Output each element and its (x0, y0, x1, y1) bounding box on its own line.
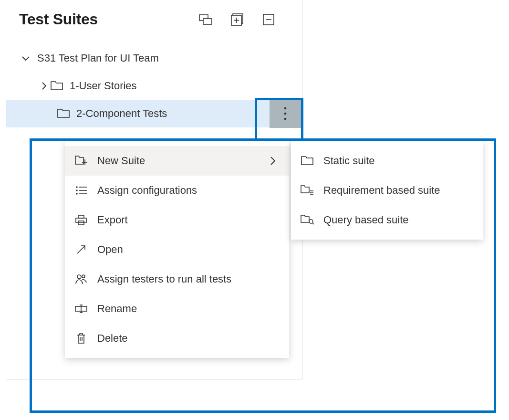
svg-point-33 (309, 220, 313, 223)
panel-header: Test Suites (6, 0, 302, 36)
svg-rect-20 (78, 221, 84, 225)
menu-item-export[interactable]: Export (65, 205, 289, 235)
folder-query-icon (301, 215, 314, 225)
layout-button[interactable] (199, 13, 212, 26)
menu-item-delete[interactable]: Delete (65, 324, 289, 353)
delete-icon (74, 333, 88, 344)
menu-item-rename[interactable]: Rename (65, 294, 289, 324)
suite-tree: S31 Test Plan for UI Team 1-User Stories… (6, 44, 302, 127)
tree-item-label: 1-User Stories (70, 80, 137, 92)
svg-point-17 (76, 193, 77, 194)
svg-rect-19 (78, 215, 84, 218)
rename-icon (74, 304, 88, 313)
chevron-down-icon (19, 55, 32, 61)
menu-item-label: Delete (97, 332, 279, 345)
svg-rect-1 (203, 19, 212, 24)
list-icon (74, 186, 88, 195)
menu-item-label: Rename (97, 303, 279, 315)
context-menu: New Suite Assign configurations Export O… (65, 141, 289, 358)
menu-item-label: Assign configurations (97, 184, 279, 197)
new-suite-icon (74, 156, 88, 166)
chevron-right-icon (270, 156, 279, 166)
svg-point-8 (284, 107, 287, 110)
svg-line-34 (312, 223, 314, 224)
svg-point-10 (284, 118, 287, 120)
submenu-item-label: Query based suite (323, 214, 472, 226)
svg-line-21 (77, 246, 85, 253)
folder-icon (51, 81, 63, 91)
people-icon (74, 274, 88, 284)
menu-item-label: Assign testers to run all tests (97, 273, 279, 285)
more-options-button[interactable] (270, 99, 301, 128)
folder-icon (301, 156, 314, 166)
submenu-item-query[interactable]: Query based suite (291, 205, 483, 235)
new-suite-submenu: Static suite Requirement based suite Que… (291, 141, 483, 240)
svg-point-23 (82, 275, 85, 278)
menu-item-label: Export (97, 214, 279, 226)
tree-root[interactable]: S31 Test Plan for UI Team (6, 44, 302, 72)
svg-point-15 (76, 190, 77, 191)
submenu-item-static[interactable]: Static suite (291, 146, 483, 176)
add-button[interactable] (230, 13, 244, 26)
print-icon (74, 215, 88, 225)
tree-item-user-stories[interactable]: 1-User Stories (6, 72, 302, 100)
panel-toolbar (199, 13, 289, 26)
menu-item-assign-config[interactable]: Assign configurations (65, 176, 289, 205)
tree-item-component-tests[interactable]: 2-Component Tests (6, 100, 302, 127)
menu-item-label: New Suite (97, 155, 260, 167)
folder-icon (57, 109, 70, 118)
panel-title: Test Suites (19, 10, 199, 28)
menu-item-open[interactable]: Open (65, 235, 289, 264)
menu-item-label: Open (97, 243, 279, 256)
svg-point-13 (76, 187, 77, 188)
tree-item-label: 2-Component Tests (76, 107, 167, 120)
svg-point-9 (284, 113, 287, 115)
open-icon (74, 244, 88, 255)
chevron-right-icon (37, 82, 51, 90)
submenu-item-label: Requirement based suite (323, 184, 472, 197)
svg-point-22 (77, 275, 81, 279)
menu-item-new-suite[interactable]: New Suite (65, 146, 289, 176)
submenu-item-label: Static suite (323, 155, 472, 167)
collapse-button[interactable] (262, 13, 275, 26)
menu-item-assign-testers[interactable]: Assign testers to run all tests (65, 264, 289, 294)
folder-list-icon (301, 185, 314, 196)
tree-root-label: S31 Test Plan for UI Team (37, 52, 159, 64)
submenu-item-requirement[interactable]: Requirement based suite (291, 176, 483, 205)
